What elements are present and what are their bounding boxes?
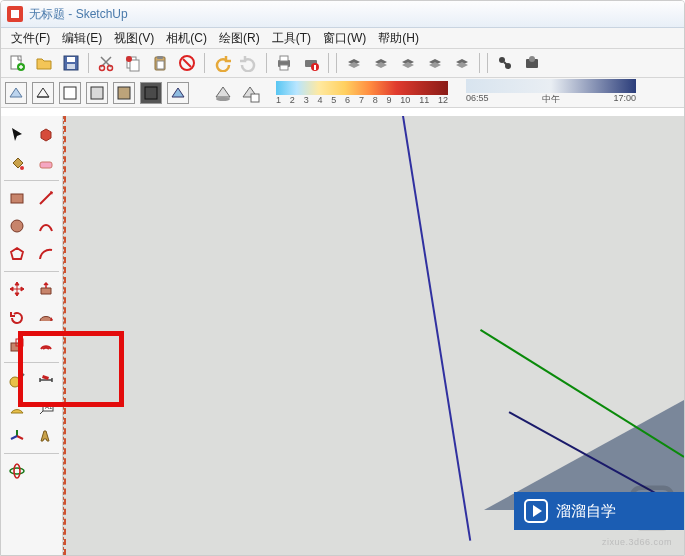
style-back-edges[interactable] [167, 82, 189, 104]
svg-rect-26 [118, 87, 130, 99]
svg-text:A1: A1 [45, 404, 53, 410]
text-tool[interactable]: A1 [33, 395, 61, 421]
shadow-toggle[interactable] [211, 81, 235, 105]
plugin-button-2[interactable] [520, 51, 544, 75]
menu-tools[interactable]: 工具(T) [266, 28, 317, 49]
menu-window[interactable]: 窗口(W) [317, 28, 372, 49]
svg-point-6 [108, 66, 113, 71]
menu-view[interactable]: 视图(V) [108, 28, 160, 49]
menu-file[interactable]: 文件(F) [5, 28, 56, 49]
delete-button[interactable] [175, 51, 199, 75]
svg-point-23 [529, 56, 535, 62]
layer-button-5[interactable] [450, 51, 474, 75]
style-hidden-line[interactable] [59, 82, 81, 104]
offset-tool[interactable] [33, 332, 61, 358]
watermark-url: zixue.3d66.com [602, 537, 672, 547]
menu-camera[interactable]: 相机(C) [160, 28, 213, 49]
make-component-tool[interactable] [33, 122, 61, 148]
print-button[interactable] [272, 51, 296, 75]
open-file-button[interactable] [32, 51, 56, 75]
save-button[interactable] [59, 51, 83, 75]
style-xray[interactable] [5, 82, 27, 104]
svg-point-39 [10, 468, 24, 474]
line-tool[interactable] [33, 185, 61, 211]
redo-button[interactable] [237, 51, 261, 75]
eraser-tool[interactable] [33, 150, 61, 176]
polygon-tool[interactable] [3, 241, 31, 267]
viewport[interactable]: 溜溜自学 zixue.3d66.com [63, 116, 684, 555]
svg-rect-24 [64, 87, 76, 99]
menu-edit[interactable]: 编辑(E) [56, 28, 108, 49]
watermark-banner: 溜溜自学 [514, 492, 684, 530]
undo-button[interactable] [210, 51, 234, 75]
cut-button[interactable] [94, 51, 118, 75]
new-file-button[interactable] [5, 51, 29, 75]
orbit-tool[interactable] [3, 458, 31, 484]
style-shaded[interactable] [86, 82, 108, 104]
svg-rect-12 [157, 61, 164, 69]
rotate-tool[interactable] [3, 304, 31, 330]
style-wireframe[interactable] [32, 82, 54, 104]
separator [479, 53, 480, 73]
plugin-button-1[interactable] [493, 51, 517, 75]
svg-rect-29 [251, 94, 259, 102]
date-slider[interactable]: 123 456 789 101112 [276, 81, 448, 105]
svg-point-9 [126, 56, 132, 62]
followme-tool[interactable] [33, 304, 61, 330]
svg-point-5 [100, 66, 105, 71]
svg-rect-34 [11, 343, 19, 351]
tools-toolbar: A1 [1, 116, 63, 555]
scale-tool[interactable] [3, 332, 31, 358]
rectangle-tool[interactable] [3, 185, 31, 211]
shadow-settings[interactable] [238, 81, 262, 105]
menu-help[interactable]: 帮助(H) [372, 28, 425, 49]
toolbar-styles-shadow: 123 456 789 101112 06:55 中午 17:00 [1, 78, 684, 108]
svg-rect-15 [280, 56, 288, 61]
separator [487, 53, 488, 73]
svg-point-28 [216, 97, 230, 101]
separator [204, 53, 205, 73]
svg-rect-27 [145, 87, 157, 99]
svg-point-30 [20, 166, 24, 170]
circle-tool[interactable] [3, 213, 31, 239]
svg-rect-16 [280, 65, 288, 70]
style-mono[interactable] [140, 82, 162, 104]
paint-bucket-tool[interactable] [3, 150, 31, 176]
select-tool[interactable] [3, 122, 31, 148]
svg-rect-25 [91, 87, 103, 99]
layer-button-4[interactable] [423, 51, 447, 75]
model-edge [402, 116, 471, 541]
green-axis [480, 329, 684, 458]
style-shaded-tex[interactable] [113, 82, 135, 104]
protractor-tool[interactable] [3, 395, 31, 421]
separator [88, 53, 89, 73]
svg-point-40 [14, 464, 20, 478]
menu-draw[interactable]: 绘图(R) [213, 28, 266, 49]
arc-tool[interactable] [33, 241, 61, 267]
window-title: 无标题 - SketchUp [29, 6, 128, 23]
svg-rect-8 [130, 60, 139, 71]
paste-button[interactable] [148, 51, 172, 75]
dimension-tool[interactable] [33, 367, 61, 393]
axes-tool[interactable] [3, 423, 31, 449]
3dtext-tool[interactable] [33, 423, 61, 449]
model-info-button[interactable] [299, 51, 323, 75]
separator [266, 53, 267, 73]
move-tool[interactable] [3, 276, 31, 302]
toolbar-standard [1, 49, 684, 78]
svg-rect-19 [314, 65, 316, 70]
svg-rect-4 [67, 64, 75, 69]
layer-button-3[interactable] [396, 51, 420, 75]
tape-measure-tool[interactable] [3, 367, 31, 393]
window-titlebar: 无标题 - SketchUp [1, 1, 684, 28]
svg-rect-32 [11, 194, 23, 203]
svg-point-33 [11, 220, 23, 232]
menubar: 文件(F) 编辑(E) 视图(V) 相机(C) 绘图(R) 工具(T) 窗口(W… [1, 28, 684, 49]
copy-button[interactable] [121, 51, 145, 75]
freehand-tool[interactable] [33, 213, 61, 239]
pushpull-tool[interactable] [33, 276, 61, 302]
play-icon [524, 499, 548, 523]
layer-button-1[interactable] [342, 51, 366, 75]
time-slider[interactable]: 06:55 中午 17:00 [466, 79, 636, 106]
layer-button-2[interactable] [369, 51, 393, 75]
